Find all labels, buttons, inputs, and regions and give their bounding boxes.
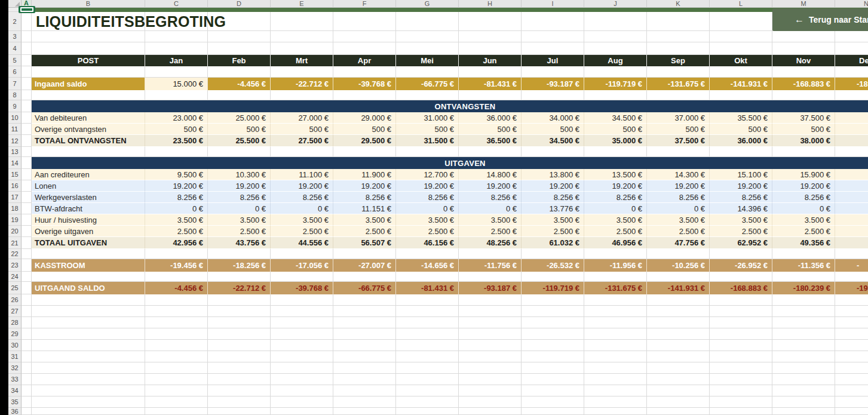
cell-D21[interactable]: 43.756 € [208,237,271,249]
cell-L30[interactable] [710,340,772,351]
cell-K33[interactable] [647,374,710,385]
cell-L10[interactable]: 35.500 € [710,112,772,124]
cell-F16[interactable]: 19.200 € [333,180,396,192]
row-header-25[interactable]: 25 [8,282,22,294]
cell-N8[interactable] [835,90,868,100]
cell-K31[interactable] [647,351,710,362]
cell-E26[interactable] [271,294,333,306]
cell-A20[interactable] [22,226,32,237]
cell-L22[interactable] [710,249,772,259]
cell-F7[interactable]: -39.768 € [333,78,396,90]
cell-I27[interactable] [522,306,584,317]
row-header-4[interactable]: 4 [8,42,22,55]
cell-F23[interactable]: -27.007 € [333,259,396,272]
cell-K20[interactable]: 2.500 € [647,226,710,237]
cell-N11[interactable] [835,124,868,135]
cell-J35[interactable] [584,396,647,408]
cell-A3[interactable] [22,31,32,42]
cell-K16[interactable]: 19.200 € [647,180,710,192]
cell-G29[interactable] [396,328,459,340]
cell-B23[interactable]: KASSTROOM [32,259,145,272]
cell-C23[interactable]: -19.456 € [145,259,208,272]
cell-K19[interactable]: 3.500 € [647,214,710,226]
cell-F30[interactable] [333,340,396,351]
cell-D13[interactable] [208,147,271,157]
cell-K6[interactable] [647,66,710,78]
cell-H28[interactable] [459,317,522,328]
cell-M13[interactable] [772,147,835,157]
cell-E32[interactable] [271,362,333,374]
cell-L17[interactable]: 8.256 € [710,192,772,203]
row-header-31[interactable]: 31 [8,351,22,362]
cell-H17[interactable]: 8.256 € [459,192,522,203]
cell-M27[interactable] [772,306,835,317]
cell-I6[interactable] [522,66,584,78]
cell-B5[interactable]: POST [32,55,145,66]
cell-J8[interactable] [584,90,647,100]
cell-J30[interactable] [584,340,647,351]
cell-D28[interactable] [208,317,271,328]
cell-E16[interactable]: 19.200 € [271,180,333,192]
cell-I17[interactable]: 8.256 € [522,192,584,203]
cell-E5[interactable]: Mrt [271,55,333,66]
cell-C20[interactable]: 2.500 € [145,226,208,237]
cell-I31[interactable] [522,351,584,362]
cell-I21[interactable]: 61.032 € [522,237,584,249]
cell-N17[interactable] [835,192,868,203]
cell-M8[interactable] [772,90,835,100]
cell-D20[interactable]: 2.500 € [208,226,271,237]
cell-C26[interactable] [145,294,208,306]
cell-F22[interactable] [333,249,396,259]
cell-L12[interactable]: 36.000 € [710,135,772,147]
cell-N12[interactable] [835,135,868,147]
cell-B26[interactable] [32,294,145,306]
cell-D32[interactable] [208,362,271,374]
cell-M18[interactable]: 0 € [772,203,835,214]
cell-N35[interactable] [835,396,868,408]
cell-E19[interactable]: 3.500 € [271,214,333,226]
cell-B29[interactable] [32,328,145,340]
cell-L15[interactable]: 15.100 € [710,169,772,180]
row-header-10[interactable]: 10 [8,112,22,124]
cell-H12[interactable]: 36.500 € [459,135,522,147]
cell-C21[interactable]: 42.956 € [145,237,208,249]
cell-H26[interactable] [459,294,522,306]
cell-G22[interactable] [396,249,459,259]
cell-H13[interactable] [459,147,522,157]
cell-G21[interactable]: 46.156 € [396,237,459,249]
cell-H35[interactable] [459,396,522,408]
row-header-18[interactable]: 18 [8,203,22,214]
cell-K23[interactable]: -10.256 € [647,259,710,272]
cell-M12[interactable]: 38.000 € [772,135,835,147]
column-header-B[interactable]: B [32,0,145,8]
cell-F13[interactable] [333,147,396,157]
cell-C12[interactable]: 23.500 € [145,135,208,147]
cell-H16[interactable]: 19.200 € [459,180,522,192]
cell-G12[interactable]: 31.500 € [396,135,459,147]
cell-M24[interactable] [772,272,835,282]
cell-H29[interactable] [459,328,522,340]
cell-I10[interactable]: 34.000 € [522,112,584,124]
column-header-M[interactable]: M [772,0,835,8]
cell-G16[interactable]: 19.200 € [396,180,459,192]
cell-I12[interactable]: 34.500 € [522,135,584,147]
cell-N4[interactable] [835,42,868,55]
cell-L16[interactable]: 19.200 € [710,180,772,192]
cell-B3[interactable] [32,31,145,42]
cell-H33[interactable] [459,374,522,385]
cell-D11[interactable]: 500 € [208,124,271,135]
cell-M3[interactable] [772,31,835,42]
cell-I24[interactable] [522,272,584,282]
cell-A33[interactable] [22,374,32,385]
cell-M21[interactable]: 49.356 € [772,237,835,249]
cell-J20[interactable]: 2.500 € [584,226,647,237]
cell-I22[interactable] [522,249,584,259]
cell-N10[interactable] [835,112,868,124]
cell-A2[interactable] [22,12,32,31]
cell-D35[interactable] [208,396,271,408]
cell-L13[interactable] [710,147,772,157]
cell-G17[interactable]: 8.256 € [396,192,459,203]
cell-B13[interactable] [32,147,145,157]
cell-B4[interactable] [32,42,145,55]
cell-K26[interactable] [647,294,710,306]
